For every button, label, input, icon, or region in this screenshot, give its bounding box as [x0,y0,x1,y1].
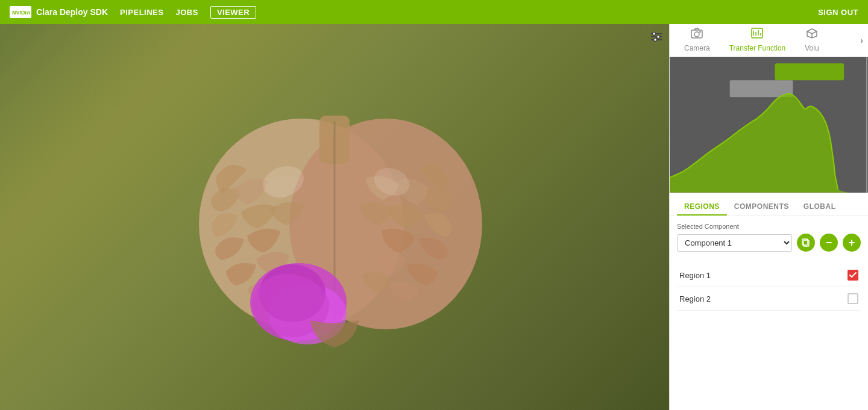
component-row: Component 1 Component 2 − + [677,234,861,252]
transfer-function-icon [751,28,763,42]
svg-rect-27 [775,63,844,80]
svg-rect-19 [699,31,701,33]
svg-text:NVIDIA: NVIDIA [12,10,30,16]
signout-button[interactable]: SIGN OUT [818,8,858,17]
brain-visualization [169,104,500,356]
main-container: Camera Transfer Function [0,24,868,410]
region-list: Region 1 Region 2 [670,259,868,315]
tf-graph[interactable] [670,57,868,193]
nav-viewer[interactable]: VIEWER [210,6,256,19]
svg-point-7 [654,39,657,42]
copy-component-button[interactable] [797,234,815,252]
region-1-label: Region 1 [679,271,711,280]
app-title: Clara Deploy SDK [36,7,108,17]
right-panel: Camera Transfer Function [669,24,868,410]
region-2-checkbox[interactable] [848,293,858,304]
panel-tabs: Camera Transfer Function [670,24,868,57]
svg-point-6 [657,36,660,39]
tab-global[interactable]: GLOBAL [796,199,843,216]
camera-icon [691,28,703,42]
nav-jobs[interactable]: JOBS [175,8,198,17]
nav-links: PIPELINES JOBS VIEWER [120,6,256,19]
tab-camera-label: Camera [684,44,710,52]
tab-regions[interactable]: REGIONS [677,199,727,216]
tab-transfer-function[interactable]: Transfer Function [720,23,796,58]
viewer-area [0,24,669,410]
region-1-checkbox[interactable] [848,270,858,281]
region-2-label: Region 2 [679,294,711,303]
component-select[interactable]: Component 1 Component 2 [677,234,792,252]
navbar: NVIDIA Clara Deploy SDK PIPELINES JOBS V… [0,0,868,24]
svg-point-5 [653,33,656,36]
svg-rect-28 [730,80,793,97]
component-section: Selected Component Component 1 Component… [670,216,868,259]
minus-icon: − [826,237,832,248]
region-item[interactable]: Region 1 [677,264,861,287]
plus-icon: + [849,237,855,248]
remove-component-button[interactable]: − [820,234,838,252]
svg-point-18 [694,32,699,37]
component-label: Selected Component [677,223,861,230]
panel-chevron-icon[interactable]: › [860,36,863,45]
viewer-settings-icon[interactable] [650,30,663,46]
volume-icon [806,28,818,42]
add-component-button[interactable]: + [843,234,861,252]
region-tabs: REGIONS COMPONENTS GLOBAL [670,193,868,216]
tab-components[interactable]: COMPONENTS [727,199,796,216]
tab-volume-label: Volu [805,44,819,52]
region-item[interactable]: Region 2 [677,287,861,311]
nav-pipelines[interactable]: PIPELINES [120,8,163,17]
tab-volume[interactable]: Volu [795,23,828,58]
nvidia-logo-icon: NVIDIA [10,6,31,18]
logo: NVIDIA Clara Deploy SDK [10,6,108,18]
tab-transfer-function-label: Transfer Function [729,44,786,52]
tab-camera[interactable]: Camera [675,23,720,58]
